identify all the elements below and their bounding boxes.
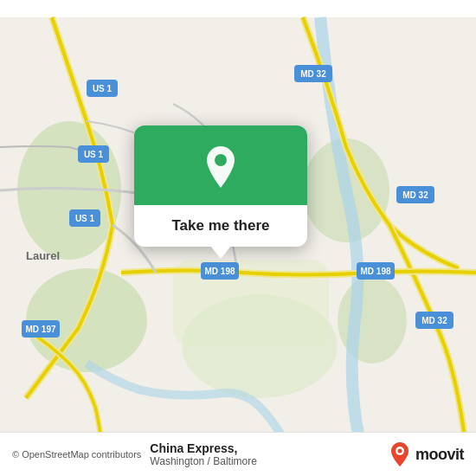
moovit-logo: moovit: [389, 441, 464, 467]
svg-text:MD 32: MD 32: [421, 316, 447, 325]
bottom-bar: © OpenStreetMap contributors China Expre…: [0, 432, 476, 476]
svg-text:MD 198: MD 198: [360, 267, 390, 276]
svg-point-28: [397, 449, 402, 453]
take-me-there-button[interactable]: Take me there: [156, 205, 285, 247]
svg-point-26: [215, 154, 227, 166]
svg-text:MD 32: MD 32: [300, 69, 326, 79]
location-popup: Take me there: [134, 125, 307, 247]
svg-text:MD 32: MD 32: [402, 190, 428, 200]
svg-text:US 1: US 1: [93, 84, 113, 93]
svg-text:Laurel: Laurel: [26, 249, 60, 262]
moovit-pin-icon: [389, 441, 411, 467]
svg-text:MD 198: MD 198: [204, 267, 235, 276]
svg-text:US 1: US 1: [75, 214, 95, 223]
moovit-brand-text: moovit: [415, 446, 464, 464]
svg-text:MD 197: MD 197: [25, 325, 55, 334]
place-region: Washington / Baltimore: [150, 455, 380, 467]
map-container: US 1 US 1 US 1 MD 32 MD 32 MD 32 MD 198 …: [0, 0, 476, 476]
place-name: China Express,: [150, 441, 380, 455]
popup-header: [134, 125, 307, 205]
location-pin-icon: [202, 145, 240, 190]
map-attribution: © OpenStreetMap contributors: [12, 449, 141, 460]
place-info: China Express, Washington / Baltimore: [150, 441, 380, 467]
svg-text:US 1: US 1: [84, 150, 104, 159]
